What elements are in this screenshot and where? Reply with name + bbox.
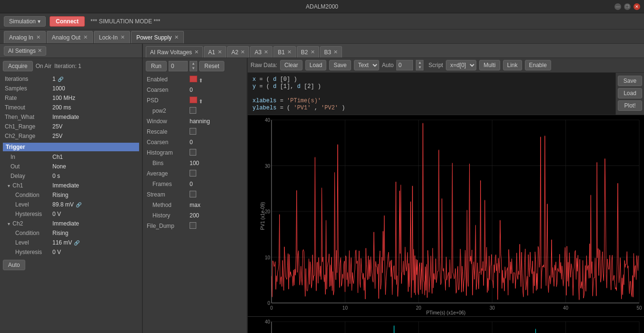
- table-row: Level 116 mV 🔗: [3, 238, 139, 247]
- tab-analog-out[interactable]: Analog Out ✕: [47, 31, 93, 43]
- table-row: Bins 100: [146, 158, 244, 168]
- code-line-4: xlabels = 'PTime(s)': [252, 98, 611, 104]
- ch2-level-icon[interactable]: 🔗: [74, 240, 80, 245]
- filedump-checkbox[interactable]: [190, 222, 196, 229]
- right-panel: AI Raw Voltages ✕ A1 ✕ A2 ✕ A3 ✕ B1 ✕ B2…: [143, 44, 644, 333]
- enabled-upload-icon[interactable]: ⬆: [199, 78, 203, 83]
- pow2-checkbox[interactable]: [190, 107, 196, 114]
- acquire-button[interactable]: Acquire: [3, 61, 33, 71]
- tab-close-b2[interactable]: ✕: [311, 49, 315, 55]
- tab-close-b1[interactable]: ✕: [287, 49, 292, 55]
- table-row: Frames 0: [146, 179, 244, 189]
- tab-power-supply[interactable]: Power Supply ✕: [131, 31, 184, 43]
- table-row: Rescale: [146, 127, 244, 137]
- run-button[interactable]: Run: [146, 61, 167, 71]
- code-line-3: [252, 90, 611, 97]
- load-button[interactable]: Load: [305, 60, 327, 70]
- menu-bar: Simulation ▾ Connect *** SIMULATION MODE…: [0, 13, 644, 29]
- chart2-canvas: [248, 317, 644, 333]
- tab-close-a1[interactable]: ✕: [218, 49, 222, 55]
- table-row: Iterations 1 🔗: [3, 74, 139, 84]
- maximize-button[interactable]: ❐: [624, 3, 631, 10]
- mid-toolbar: Run ▲ ▼ Reset: [146, 61, 244, 71]
- right-tabs-bar: AI Raw Voltages ✕ A1 ✕ A2 ✕ A3 ✕ B1 ✕ B2…: [143, 44, 644, 58]
- table-row: Hysteresis 0 V: [3, 209, 139, 219]
- table-row: Rate 100 MHz: [3, 93, 139, 103]
- ai-settings-tab[interactable]: AI Settings ✕: [4, 46, 46, 56]
- tab-close-power-supply[interactable]: ✕: [174, 34, 179, 40]
- simulation-button[interactable]: Simulation ▾: [4, 16, 46, 27]
- table-row: Method max: [146, 200, 244, 210]
- tab-ai-raw-voltages[interactable]: AI Raw Voltages ✕: [146, 46, 203, 58]
- tab-close-b3[interactable]: ✕: [333, 49, 338, 55]
- code-save-button[interactable]: Save: [618, 76, 642, 86]
- ch1-collapse[interactable]: ▾: [8, 183, 10, 188]
- table-row: Out None: [3, 162, 139, 171]
- iterations-icon[interactable]: 🔗: [58, 77, 63, 82]
- enable-button[interactable]: Enable: [525, 60, 551, 70]
- minimize-button[interactable]: —: [614, 3, 621, 10]
- histogram-checkbox[interactable]: [190, 149, 196, 156]
- auto-spin-dn[interactable]: ▼: [416, 65, 423, 70]
- stream-checkbox[interactable]: [190, 191, 196, 197]
- ch1-level-icon[interactable]: 🔗: [76, 202, 81, 207]
- reset-button[interactable]: Reset: [199, 61, 224, 71]
- link-button[interactable]: Link: [503, 60, 522, 70]
- tab-b3[interactable]: B3 ✕: [320, 46, 342, 58]
- settings-table: Iterations 1 🔗 Samples 1000 Rate 100 MHz…: [3, 74, 139, 141]
- tab-a3[interactable]: A3 ✕: [250, 46, 272, 58]
- tab-b1[interactable]: B1 ✕: [273, 46, 296, 58]
- tab-close-lock-in[interactable]: ✕: [121, 34, 125, 40]
- title-bar: ADALM2000 — ❐ ✕: [0, 0, 644, 13]
- tab-close-a2[interactable]: ✕: [241, 49, 245, 55]
- multi-button[interactable]: Multi: [479, 60, 500, 70]
- enabled-swatch[interactable]: [190, 76, 197, 82]
- tab-close-a3[interactable]: ✕: [264, 49, 268, 55]
- tab-close-ai-raw[interactable]: ✕: [194, 49, 199, 55]
- clear-button[interactable]: Clear: [280, 60, 302, 70]
- trigger-table: In Ch1 Out None Delay 0 s ▾ Ch1 Immediat…: [3, 152, 139, 257]
- table-row: Delay 0 s: [3, 171, 139, 181]
- tab-a1[interactable]: A1 ✕: [204, 46, 226, 58]
- spin-up-button[interactable]: ▲: [190, 61, 197, 66]
- code-editor[interactable]: x = ( d [0] ) y = ( d [1], d [2] ): [248, 73, 615, 115]
- code-line-5: ylabels = ( 'PV1' , 'PV2' ): [252, 105, 611, 111]
- table-row: Coarsen 0: [146, 137, 244, 147]
- tab-a2[interactable]: A2 ✕: [227, 46, 250, 58]
- spin-down-button[interactable]: ▼: [190, 66, 197, 71]
- tab-close-analog-out[interactable]: ✕: [83, 34, 88, 40]
- script-select[interactable]: x=d[0]: [446, 60, 476, 70]
- auto-spinbox[interactable]: [396, 60, 413, 70]
- ch2-collapse[interactable]: ▾: [8, 221, 10, 226]
- table-row: Ch2_Range 25V: [3, 131, 139, 141]
- ai-settings-tab-close[interactable]: ✕: [38, 48, 42, 54]
- app-title: ADALM2000: [306, 3, 338, 10]
- text-select[interactable]: Text: [354, 60, 379, 70]
- close-button[interactable]: ✕: [634, 3, 640, 10]
- tab-lock-in[interactable]: Lock-In ✕: [94, 31, 130, 43]
- ai-settings-header: AI Settings ✕: [0, 44, 142, 58]
- table-row: ▾ Ch2 Immediate: [3, 219, 139, 228]
- psd-upload-icon[interactable]: ⬆: [199, 98, 203, 104]
- rescale-checkbox[interactable]: [190, 128, 196, 135]
- run-spinbox[interactable]: [169, 61, 188, 71]
- run-spin-arrows: ▲ ▼: [190, 61, 197, 71]
- auto-button[interactable]: Auto: [3, 260, 25, 270]
- main-layout: AI Settings ✕ Acquire On Air Iteration: …: [0, 44, 644, 333]
- tab-analog-in[interactable]: Analog In ✕: [4, 31, 46, 43]
- code-plot-button[interactable]: Plot!: [618, 100, 642, 111]
- average-checkbox[interactable]: [190, 170, 196, 176]
- table-row: pow2: [146, 106, 244, 116]
- chart2-container: PV2 (x1e-09) PTime(s) (x1e+06): [248, 317, 644, 333]
- psd-swatch[interactable]: [190, 97, 197, 103]
- save-button[interactable]: Save: [329, 60, 351, 70]
- table-row: ▾ Ch1 Immediate: [3, 181, 139, 190]
- ai-toolbar-row: Acquire On Air Iteration: 1: [3, 61, 139, 71]
- tab-b2[interactable]: B2 ✕: [297, 46, 319, 58]
- code-load-button[interactable]: Load: [618, 88, 642, 98]
- auto-spin-up[interactable]: ▲: [416, 60, 423, 65]
- connect-button[interactable]: Connect: [50, 16, 85, 27]
- table-row: Histogram: [146, 147, 244, 158]
- tab-close-analog-in[interactable]: ✕: [36, 34, 40, 40]
- chart1-y-label: PV1 (x1e-09): [260, 202, 265, 230]
